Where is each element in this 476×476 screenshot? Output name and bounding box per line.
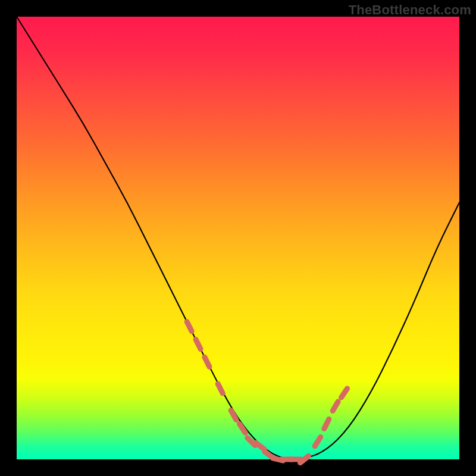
marker-dash: [324, 419, 329, 428]
chart-svg: [17, 17, 459, 459]
marker-dash: [315, 437, 321, 446]
marker-dash: [218, 384, 223, 393]
marker-dash: [239, 424, 245, 433]
marker-dash: [205, 357, 209, 367]
chart-plot-area: [17, 17, 459, 459]
marker-group: [187, 322, 347, 463]
bottleneck-curve: [17, 17, 459, 459]
marker-dash: [187, 322, 192, 331]
watermark-text: TheBottleneck.com: [349, 2, 471, 18]
marker-dash: [342, 389, 347, 397]
marker-dash: [256, 443, 264, 449]
marker-dash: [333, 402, 338, 411]
marker-dash: [196, 340, 201, 349]
marker-dash: [231, 411, 236, 420]
